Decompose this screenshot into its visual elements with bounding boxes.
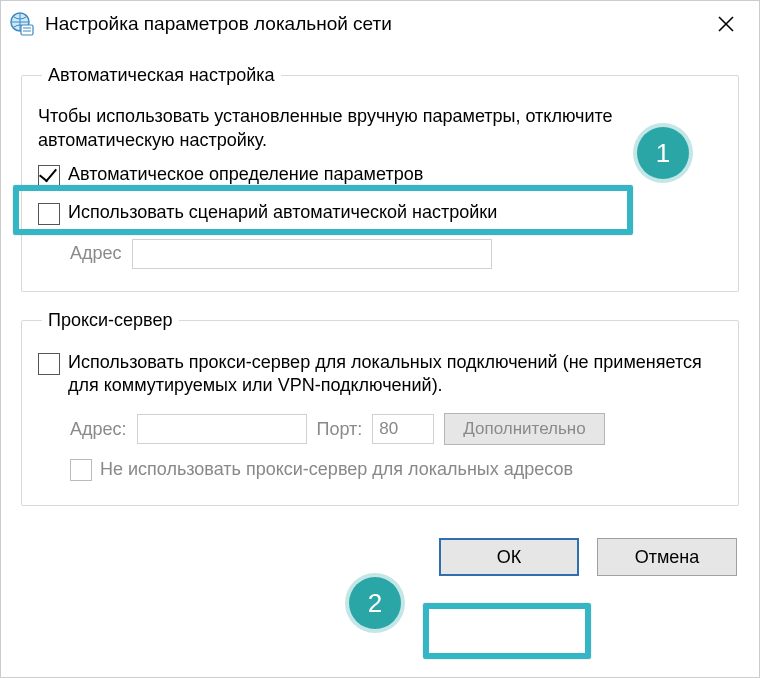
proxy-address-row: Адрес: Порт: Дополнительно (70, 413, 722, 445)
auto-script-address-label: Адрес (70, 243, 122, 264)
highlight-ok-button (423, 603, 591, 659)
window-title: Настройка параметров локальной сети (45, 13, 701, 35)
bypass-local-row: Не использовать прокси-сервер для локаль… (70, 457, 722, 481)
dialog-content: Автоматическая настройка Чтобы использов… (1, 47, 759, 532)
cancel-button[interactable]: Отмена (597, 538, 737, 576)
svg-rect-1 (21, 25, 33, 35)
close-icon (717, 15, 735, 33)
proxy-address-input (137, 414, 307, 444)
auto-script-address-input (132, 239, 492, 269)
proxy-address-label: Адрес: (70, 419, 127, 440)
use-proxy-checkbox[interactable] (38, 353, 60, 375)
auto-script-label: Использовать сценарий автоматической нас… (68, 201, 497, 224)
internet-options-icon (9, 11, 35, 37)
advanced-button: Дополнительно (444, 413, 604, 445)
lan-settings-dialog: Настройка параметров локальной сети Авто… (0, 0, 760, 678)
proxy-legend: Прокси-сервер (42, 310, 179, 331)
ok-button[interactable]: ОК (439, 538, 579, 576)
auto-detect-row[interactable]: Автоматическое определение параметров (38, 163, 722, 187)
auto-detect-label: Автоматическое определение параметров (68, 163, 423, 186)
proxy-port-label: Порт: (317, 419, 363, 440)
annotation-badge-2: 2 (349, 577, 401, 629)
auto-script-checkbox[interactable] (38, 203, 60, 225)
proxy-group: Прокси-сервер Использовать прокси-сервер… (21, 310, 739, 507)
auto-config-description: Чтобы использовать установленные вручную… (38, 104, 722, 153)
titlebar: Настройка параметров локальной сети (1, 1, 759, 47)
auto-config-legend: Автоматическая настройка (42, 65, 281, 86)
proxy-port-input (372, 414, 434, 444)
use-proxy-label: Использовать прокси-сервер для локальных… (68, 351, 722, 398)
close-button[interactable] (701, 4, 751, 44)
use-proxy-row[interactable]: Использовать прокси-сервер для локальных… (38, 351, 722, 398)
bypass-local-checkbox (70, 459, 92, 481)
annotation-badge-1: 1 (637, 127, 689, 179)
auto-script-row[interactable]: Использовать сценарий автоматической нас… (38, 201, 722, 225)
auto-detect-checkbox[interactable] (38, 165, 60, 187)
auto-config-group: Автоматическая настройка Чтобы использов… (21, 65, 739, 292)
bypass-local-label: Не использовать прокси-сервер для локаль… (100, 458, 573, 481)
auto-script-address-row: Адрес (70, 239, 722, 269)
